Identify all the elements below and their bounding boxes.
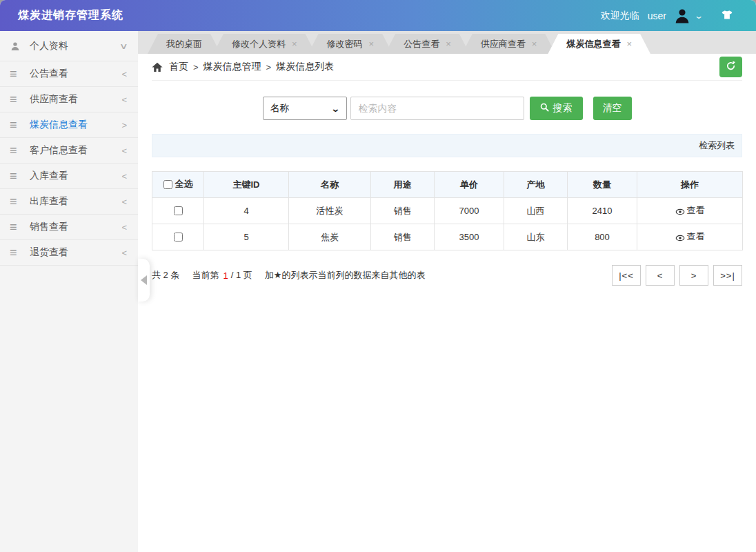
cell-origin: 山西	[504, 198, 568, 224]
sidebar-item-coal-info[interactable]: ≡ 煤炭信息查看 >	[0, 112, 138, 138]
sidebar-item-sales[interactable]: ≡ 销售查看 <	[0, 215, 138, 240]
table-header-row: 全选 主键ID 名称 用途 单价 产地 数量 操作	[152, 172, 743, 198]
star-note-text: 加★的列表示当前列的数据来自其他的表	[265, 269, 426, 282]
sidebar-item-label: 退货查看	[30, 246, 68, 259]
view-link[interactable]: 查看	[675, 204, 705, 217]
sidebar-collapse-handle[interactable]	[138, 259, 150, 302]
first-page-button[interactable]: |<<	[612, 265, 641, 286]
column-header-use: 用途	[371, 172, 435, 198]
theme-shirt-icon[interactable]	[720, 9, 734, 23]
user-avatar-icon[interactable]	[673, 7, 691, 25]
breadcrumb: 首页 > 煤炭信息管理 > 煤炭信息列表	[152, 54, 742, 81]
selected-field: 名称	[270, 102, 290, 115]
cell-use: 销售	[371, 224, 435, 250]
sidebar-item-returns[interactable]: ≡ 退货查看 <	[0, 240, 138, 266]
chevron-left-icon: <	[121, 171, 127, 181]
cell-action: 查看	[637, 224, 743, 250]
breadcrumb-section[interactable]: 煤炭信息管理	[203, 61, 261, 73]
breadcrumb-current: 煤炭信息列表	[276, 61, 334, 73]
last-page-button[interactable]: >>|	[713, 265, 742, 286]
search-field-select[interactable]: 名称 ⌄	[263, 97, 347, 120]
main-content: 我的桌面 修改个人资料 × 修改密码 × 公告查看 × 供应商查看 ×	[138, 31, 756, 552]
search-list-bar: 检索列表	[152, 134, 742, 157]
sidebar-item-outbound[interactable]: ≡ 出库查看 <	[0, 189, 138, 215]
cell-qty: 800	[568, 224, 637, 250]
prev-page-button[interactable]: <	[646, 265, 675, 286]
table-row: 5 焦炭 销售 3500 山东 800 查	[152, 224, 743, 250]
page-panel: 首页 > 煤炭信息管理 > 煤炭信息列表 名称 ⌄	[138, 54, 756, 552]
search-form: 名称 ⌄ 搜索 清空	[152, 97, 742, 120]
sidebar-item-suppliers[interactable]: ≡ 供应商查看 <	[0, 87, 138, 112]
app-window: 煤炭进销存管理系统 欢迎光临 user ⌄ 个人资料 ∨ ≡	[0, 0, 756, 552]
row-select-cell	[152, 224, 204, 250]
sidebar-item-label: 客户信息查看	[30, 144, 88, 157]
chevron-left-icon: <	[121, 95, 127, 105]
tab-label: 修改个人资料	[232, 38, 286, 50]
close-icon[interactable]: ×	[532, 39, 537, 49]
chevron-right-icon: >	[121, 120, 127, 130]
menu-icon: ≡	[10, 144, 25, 157]
menu-icon: ≡	[10, 68, 25, 80]
tab-change-password[interactable]: 修改密码 ×	[308, 34, 393, 54]
tab-my-desktop[interactable]: 我的桌面	[148, 34, 221, 54]
select-all-checkbox[interactable]	[163, 180, 172, 189]
chevron-left-icon: <	[121, 197, 127, 207]
view-link[interactable]: 查看	[675, 230, 705, 243]
app-title: 煤炭进销存管理系统	[18, 8, 123, 23]
refresh-icon	[725, 60, 737, 74]
row-select-cell	[152, 198, 204, 224]
tab-suppliers[interactable]: 供应商查看 ×	[462, 34, 556, 54]
home-icon	[152, 62, 163, 72]
search-button[interactable]: 搜索	[530, 97, 583, 120]
total-count-text: 共 2 条	[152, 269, 179, 282]
menu-icon: ≡	[10, 195, 25, 208]
sidebar-item-label: 出库查看	[30, 195, 68, 208]
user-menu-chevron-down-icon[interactable]: ⌄	[694, 11, 704, 21]
column-header-price: 单价	[435, 172, 504, 198]
chevron-left-icon: <	[121, 69, 127, 79]
close-icon[interactable]: ×	[446, 39, 451, 49]
select-all-header: 全选	[152, 172, 204, 198]
menu-icon: ≡	[10, 170, 25, 182]
cell-name: 焦炭	[289, 224, 371, 250]
view-link-label: 查看	[687, 204, 705, 217]
chevron-down-icon: ⌄	[330, 103, 340, 114]
table-footer: 共 2 条 当前第 1 / 1 页 加★的列表示当前列的数据来自其他的表 |<<…	[152, 265, 742, 286]
select-all-label: 全选	[175, 178, 193, 190]
row-checkbox[interactable]	[174, 233, 183, 241]
tab-notices[interactable]: 公告查看 ×	[385, 34, 470, 54]
sidebar-item-notices[interactable]: ≡ 公告查看 <	[0, 61, 138, 87]
refresh-button[interactable]	[719, 57, 742, 77]
column-header-qty: 数量	[568, 172, 637, 198]
close-icon[interactable]: ×	[626, 39, 632, 49]
breadcrumb-home[interactable]: 首页	[169, 61, 188, 73]
eye-icon	[675, 233, 685, 240]
sidebar-item-label: 入库查看	[30, 170, 68, 182]
body-row: 个人资料 ∨ ≡ 公告查看 < ≡ 供应商查看 < ≡ 煤炭信息查看 > ≡ 客…	[0, 31, 756, 552]
tab-edit-profile[interactable]: 修改个人资料 ×	[213, 34, 316, 54]
tab-coal-info[interactable]: 煤炭信息查看 ×	[548, 34, 650, 54]
clear-button[interactable]: 清空	[593, 97, 632, 120]
row-checkbox[interactable]	[174, 206, 183, 215]
sidebar-item-inbound[interactable]: ≡ 入库查看 <	[0, 164, 138, 189]
sidebar-item-customers[interactable]: ≡ 客户信息查看 <	[0, 138, 138, 164]
column-header-action: 操作	[637, 172, 743, 198]
tab-label: 公告查看	[404, 38, 439, 50]
sidebar-item-profile[interactable]: 个人资料 ∨	[0, 31, 138, 61]
close-icon[interactable]: ×	[292, 39, 297, 49]
search-icon	[540, 103, 549, 114]
tab-label: 供应商查看	[481, 38, 526, 50]
close-icon[interactable]: ×	[369, 39, 375, 49]
total-pages-text: / 1 页	[231, 269, 252, 282]
sidebar: 个人资料 ∨ ≡ 公告查看 < ≡ 供应商查看 < ≡ 煤炭信息查看 > ≡ 客…	[0, 31, 138, 552]
tab-label: 煤炭信息查看	[566, 38, 620, 50]
username: user	[648, 10, 666, 21]
next-page-button[interactable]: >	[679, 265, 708, 286]
sidebar-item-label: 煤炭信息查看	[30, 119, 88, 131]
sidebar-item-label: 供应商查看	[30, 93, 78, 106]
eye-icon	[675, 207, 685, 214]
sidebar-item-label: 销售查看	[30, 221, 68, 233]
breadcrumb-separator: >	[266, 62, 272, 72]
search-input[interactable]	[350, 97, 524, 120]
column-header-origin: 产地	[504, 172, 568, 198]
